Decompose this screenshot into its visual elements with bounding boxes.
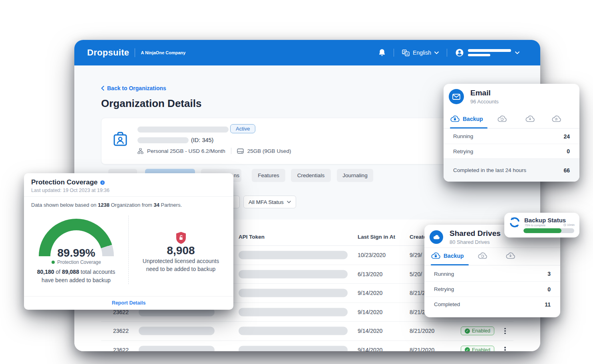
clock-icon: [563, 224, 566, 226]
notification-bell-icon[interactable]: [378, 49, 386, 57]
protection-title: Protection Coverage: [31, 178, 98, 186]
stat-row: Retrying 0: [444, 144, 579, 158]
cloud-download-icon[interactable]: [525, 115, 535, 124]
shared-card-title: Shared Drives: [450, 229, 501, 238]
tab-features[interactable]: Features: [252, 169, 285, 182]
created-at: 8/21/2: [410, 290, 425, 296]
tab-backup[interactable]: Backup: [450, 115, 483, 123]
chevron-left-icon: [101, 86, 104, 91]
redacted-name-bar: [139, 346, 215, 351]
language-selector[interactable]: 文A English: [402, 49, 439, 56]
col-last-sign-in: Last Sign in At: [358, 234, 395, 240]
created-at: 5/20/: [410, 271, 422, 277]
total-count: 89,088: [62, 269, 79, 275]
app-header: Dropsuite A NinjaOne Company 文A English: [74, 40, 540, 65]
gauge-legend: Protection Coverage: [39, 259, 114, 265]
stat-value: 24: [563, 133, 570, 140]
stat-row: Completed in the last 24 hours 66: [444, 158, 579, 182]
row-menu-kebab[interactable]: [503, 326, 507, 336]
brand-tagline: A NinjaOne Company: [141, 50, 185, 55]
redacted-token-bar: [239, 346, 348, 351]
table-row[interactable]: 23622 9/14/2020 8/21/2020 ✓ Enabled: [101, 341, 513, 352]
user-menu[interactable]: [455, 48, 519, 57]
shared-drives-card: Shared Drives 80 Shared Drives Backup Ru…: [424, 225, 560, 317]
email-stats: Running 24 Retrying 0 Completed in the l…: [444, 129, 579, 182]
summary-sentence: Data shown below based on 1238 Organizat…: [31, 202, 182, 208]
page-title: Organization Details: [101, 97, 201, 110]
org-storage-text: 25GB (9GB Used): [247, 148, 291, 154]
cloud-restore-icon[interactable]: [497, 115, 507, 124]
tab-backup[interactable]: Backup: [431, 252, 464, 259]
redacted-token-bar: [239, 289, 348, 297]
stat-label: Completed: [434, 301, 460, 307]
cloud-lock-icon: [450, 115, 460, 123]
chevron-down-icon: [515, 51, 519, 54]
status-label: Enabled: [472, 328, 490, 334]
cloud-download-icon[interactable]: [505, 252, 515, 261]
mfa-status-dropdown[interactable]: All MFA Status: [243, 196, 296, 208]
storage-icon: [237, 148, 244, 154]
email-backup-card: Email 96 Accounts Backup Running 24: [444, 84, 579, 182]
cloud-restore-icon[interactable]: [478, 252, 487, 261]
last-sign-in: 10/23/2020: [358, 252, 386, 258]
shared-card-header: Shared Drives 80 Shared Drives: [430, 229, 501, 245]
gauge-value: 89.99%: [39, 247, 114, 259]
tab-backup-label: Backup: [463, 116, 483, 122]
covered-mid: of: [54, 269, 62, 275]
plan-icon: [137, 148, 143, 154]
translate-icon: 文A: [402, 49, 410, 56]
cloud-sync-icon[interactable]: [551, 115, 561, 124]
tab-backup-label: Backup: [444, 253, 464, 259]
protection-title-row: Protection Coverage i: [31, 178, 105, 186]
info-icon[interactable]: i: [100, 180, 105, 185]
stat-label: Running: [434, 271, 454, 277]
status-label: Enabled: [472, 347, 490, 351]
redacted-org-name-bar: [137, 127, 229, 133]
mfa-dropdown-label: All MFA Status: [249, 199, 284, 205]
unprotected-shield-icon: [175, 231, 187, 244]
last-sign-in: 9/14/2020: [358, 309, 382, 315]
shared-stats: Running 3 Retrying 0 Completed 11: [424, 266, 560, 317]
svg-text:A: A: [406, 52, 408, 56]
table-row[interactable]: 23622 9/14/2020 8/21/2020 ✓ Enabled: [101, 322, 513, 341]
stat-row: Running 24: [444, 129, 579, 144]
col-api-token: API Token: [239, 234, 265, 240]
tab-credentials[interactable]: Credentials: [291, 169, 331, 182]
report-details-link[interactable]: Report Details: [24, 300, 233, 306]
active-tab-underline: [450, 127, 488, 129]
summary-partner-count: 34: [153, 202, 159, 208]
shared-drives-icon: [430, 230, 443, 244]
org-status-badge: Active: [230, 124, 255, 133]
brand-logo: Dropsuite: [87, 47, 129, 58]
stat-label: Running: [453, 133, 473, 139]
header-divider: [447, 49, 447, 57]
redacted-token-bar: [239, 270, 348, 278]
summary-middle: Organization from: [109, 202, 154, 208]
language-label: English: [413, 49, 431, 56]
redacted-org-email-bar: [137, 137, 189, 143]
gauge-legend-label: Protection Coverage: [57, 259, 101, 265]
avatar-icon: [455, 48, 464, 57]
email-card-header: Email 96 Accounts: [449, 89, 499, 105]
redacted-token-bar: [239, 327, 348, 335]
row-id: 23622: [113, 309, 129, 315]
stat-label: Retrying: [453, 148, 473, 154]
org-id-text: (ID: 345): [191, 137, 213, 143]
divider: [24, 196, 233, 197]
row-menu-kebab[interactable]: [503, 345, 507, 352]
backup-progress-track: [523, 228, 574, 233]
unprotected-line2: need to be added to backup: [128, 266, 233, 272]
redacted-token-bar: [239, 251, 348, 259]
stat-value: 0: [567, 148, 570, 154]
screenshot-canvas: Dropsuite A NinjaOne Company 文A English: [0, 0, 593, 364]
header-actions: 文A English: [378, 40, 519, 65]
unprotected-shield-wrap: [128, 231, 233, 244]
header-divider: [394, 49, 394, 57]
last-sign-in: 6/13/2020: [358, 271, 382, 277]
unprotected-line1: Unprotected licensed accounts: [128, 258, 233, 264]
legend-dot-icon: [52, 261, 55, 264]
back-link-label: Back to Organizations: [107, 85, 166, 91]
back-to-organizations-link[interactable]: Back to Organizations: [101, 85, 166, 91]
tab-journaling[interactable]: Journaling: [337, 169, 373, 182]
stat-row: Running 3: [424, 266, 560, 281]
